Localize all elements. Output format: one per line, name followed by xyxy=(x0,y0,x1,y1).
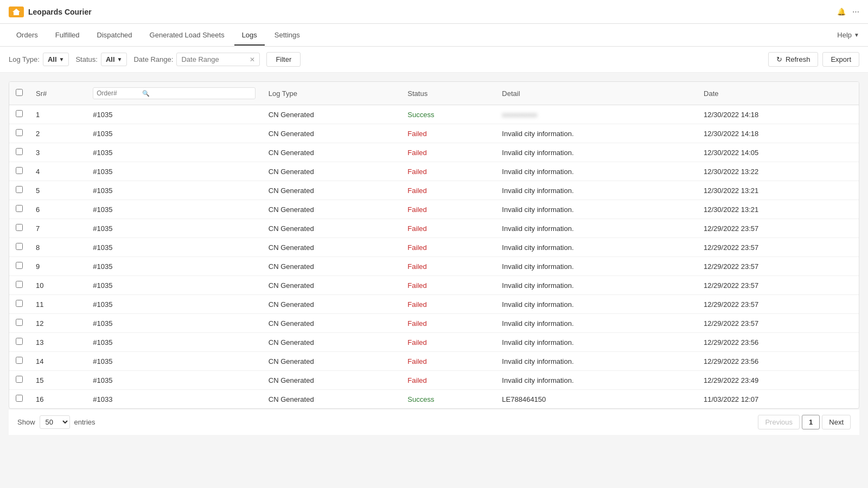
row-checkbox[interactable] xyxy=(16,205,23,212)
nav-generated-load-sheets[interactable]: Generated Load Sheets xyxy=(142,25,232,46)
cell-date: 12/30/2022 14:18 xyxy=(697,105,859,124)
app-header: Leopards Courier 🔔 ⋯ xyxy=(0,0,868,24)
row-checkbox[interactable] xyxy=(16,224,23,231)
row-checkbox[interactable] xyxy=(16,243,23,250)
col-date: Date xyxy=(697,82,859,105)
cell-detail: LE788464150 xyxy=(495,390,697,409)
cell-sr: 8 xyxy=(29,238,86,257)
cell-status: Failed xyxy=(401,352,495,371)
row-checkbox[interactable] xyxy=(16,167,23,174)
cell-status: Success xyxy=(401,390,495,409)
filter-button[interactable]: Filter xyxy=(266,52,301,67)
cell-log-type: CN Generated xyxy=(262,124,401,143)
nav-logs[interactable]: Logs xyxy=(234,25,265,46)
cell-log-type: CN Generated xyxy=(262,200,401,219)
cell-sr: 4 xyxy=(29,162,86,181)
more-options-icon[interactable]: ⋯ xyxy=(852,8,859,16)
next-button[interactable]: Next xyxy=(822,415,851,429)
cell-sr: 2 xyxy=(29,124,86,143)
table-row: 15 #1035 CN Generated Failed Invalid cit… xyxy=(9,371,859,390)
cell-detail: Invalid city information. xyxy=(495,143,697,162)
row-checkbox[interactable] xyxy=(16,148,23,155)
cell-sr: 12 xyxy=(29,314,86,333)
refresh-button[interactable]: ↻ Refresh xyxy=(768,52,819,67)
cell-date: 12/30/2022 13:22 xyxy=(697,162,859,181)
row-checkbox[interactable] xyxy=(16,110,23,117)
cell-detail: Invalid city information. xyxy=(495,181,697,200)
cell-detail: Invalid city information. xyxy=(495,238,697,257)
date-range-clear-icon[interactable]: ✕ xyxy=(250,56,255,63)
cell-status: Failed xyxy=(401,276,495,295)
cell-date: 12/29/2022 23:56 xyxy=(697,352,859,371)
cell-order: #1035 xyxy=(86,200,262,219)
cell-date: 12/29/2022 23:57 xyxy=(697,295,859,314)
nav-bar: Orders Fulfilled Dispatched Generated Lo… xyxy=(0,24,868,47)
table-row: 1 #1035 CN Generated Success xxxxxxxxxx … xyxy=(9,105,859,124)
log-type-label: Log Type: xyxy=(9,55,40,63)
cell-detail: Invalid city information. xyxy=(495,295,697,314)
row-checkbox[interactable] xyxy=(16,338,23,345)
row-checkbox[interactable] xyxy=(16,300,23,307)
date-range-label: Date Range: xyxy=(133,55,173,63)
nav-help[interactable]: Help ▼ xyxy=(837,31,859,39)
cell-order: #1035 xyxy=(86,333,262,352)
cell-status: Failed xyxy=(401,143,495,162)
cell-order: #1035 xyxy=(86,219,262,238)
cell-order: #1033 xyxy=(86,390,262,409)
row-checkbox[interactable] xyxy=(16,395,23,402)
row-checkbox[interactable] xyxy=(16,357,23,364)
row-checkbox[interactable] xyxy=(16,281,23,288)
cell-date: 12/29/2022 23:57 xyxy=(697,257,859,276)
cell-detail: Invalid city information. xyxy=(495,371,697,390)
table-row: 9 #1035 CN Generated Failed Invalid city… xyxy=(9,257,859,276)
previous-button[interactable]: Previous xyxy=(758,415,800,429)
row-checkbox[interactable] xyxy=(16,262,23,269)
per-page-select[interactable]: 50 10 25 100 xyxy=(40,415,70,429)
cell-date: 12/29/2022 23:57 xyxy=(697,219,859,238)
nav-settings[interactable]: Settings xyxy=(267,25,308,46)
row-checkbox[interactable] xyxy=(16,376,23,383)
date-range-input[interactable] xyxy=(181,55,246,63)
page-1-button[interactable]: 1 xyxy=(802,415,820,429)
status-dropdown[interactable]: All ▼ xyxy=(101,53,127,66)
table-row: 13 #1035 CN Generated Failed Invalid cit… xyxy=(9,333,859,352)
order-search-input[interactable] xyxy=(97,89,140,97)
table-wrapper: Sr# 🔍 Log Type Status Detail Date 1 xyxy=(9,81,859,409)
logo-icon xyxy=(9,7,24,17)
col-log-type: Log Type xyxy=(262,82,401,105)
cell-log-type: CN Generated xyxy=(262,105,401,124)
cell-status: Failed xyxy=(401,333,495,352)
cell-log-type: CN Generated xyxy=(262,219,401,238)
entries-label: entries xyxy=(74,418,95,426)
cell-status: Failed xyxy=(401,295,495,314)
log-type-dropdown[interactable]: All ▼ xyxy=(43,53,69,66)
row-checkbox[interactable] xyxy=(16,319,23,326)
cell-detail: xxxxxxxxxx xyxy=(495,105,697,124)
cell-order: #1035 xyxy=(86,181,262,200)
app-title: Leopards Courier xyxy=(28,8,92,16)
cell-detail: Invalid city information. xyxy=(495,333,697,352)
cell-detail: Invalid city information. xyxy=(495,276,697,295)
cell-order: #1035 xyxy=(86,295,262,314)
nav-orders[interactable]: Orders xyxy=(9,25,46,46)
cell-sr: 15 xyxy=(29,371,86,390)
cell-order: #1035 xyxy=(86,371,262,390)
row-checkbox[interactable] xyxy=(16,186,23,193)
help-chevron-icon: ▼ xyxy=(854,32,859,38)
export-button[interactable]: Export xyxy=(822,52,859,67)
table-row: 10 #1035 CN Generated Failed Invalid cit… xyxy=(9,276,859,295)
row-checkbox[interactable] xyxy=(16,129,23,136)
nav-dispatched[interactable]: Dispatched xyxy=(90,25,140,46)
table-row: 3 #1035 CN Generated Failed Invalid city… xyxy=(9,143,859,162)
cell-date: 11/03/2022 12:07 xyxy=(697,390,859,409)
cell-sr: 7 xyxy=(29,219,86,238)
cell-order: #1035 xyxy=(86,162,262,181)
nav-fulfilled[interactable]: Fulfilled xyxy=(48,25,87,46)
cell-status: Failed xyxy=(401,371,495,390)
cell-detail: Invalid city information. xyxy=(495,162,697,181)
table-row: 2 #1035 CN Generated Failed Invalid city… xyxy=(9,124,859,143)
select-all-checkbox[interactable] xyxy=(16,89,23,96)
cell-detail: Invalid city information. xyxy=(495,257,697,276)
notification-icon[interactable]: 🔔 xyxy=(837,8,846,16)
table-row: 7 #1035 CN Generated Failed Invalid city… xyxy=(9,219,859,238)
